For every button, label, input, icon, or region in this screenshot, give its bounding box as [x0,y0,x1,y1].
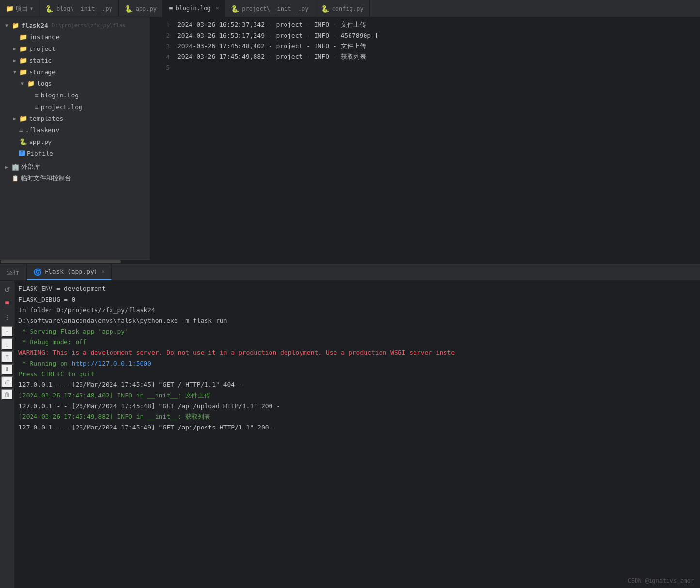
editor-line: 32024-03-26 17:45:48,402 - project - INF… [150,41,700,51]
terminal-line: * Running on http://127.0.0.1:5000 [18,358,696,369]
terminal-line: [2024-03-26 17:45:48,402] INFO in __init… [18,390,696,401]
tab-app-py[interactable]: 🐍 app.py [119,0,163,17]
sidebar-item-flask24[interactable]: ▼ 📁 flask24 D:\projects\zfx_py\flas [0,19,150,31]
terminal-line: D:\software\anaconda\envs\falsk\python.e… [18,316,696,326]
editor-line: 42024-03-26 17:45:49,882 - project - INF… [150,51,700,62]
log-file-icon: ≡ [35,92,39,99]
chevron-down-icon: ▼ [30,6,33,11]
terminal-line: FLASK_ENV = development [18,284,696,294]
terminal-line: 127.0.0.1 - - [26/Mar/2024 17:45:45] "GE… [18,380,696,390]
sidebar-item-templates[interactable]: ▶ 📁 templates [0,112,150,124]
python-icon: 🐍 [231,5,239,13]
tab-blogin-log[interactable]: ≡ blogin.log ✕ [163,0,225,17]
folder-icon: 📁 [19,33,27,41]
folder-icon: 📁 [27,80,35,87]
sidebar-item-static[interactable]: ▶ 📁 static [0,54,150,66]
scroll-down-button[interactable]: ↓ [1,338,13,350]
tab-blog-init[interactable]: 🐍 blog\__init__.py [39,0,119,17]
bottom-panel-body: ↺ ■ ⋮ ↑ ↓ ≡ ⬇ 🖨 🗑 FLASK_ENV = developmen… [0,281,700,588]
tab-project-init[interactable]: 🐍 project\__init__.py [225,0,315,17]
terminal-line: 127.0.0.1 - - [26/Mar/2024 17:45:48] "GE… [18,401,696,412]
watermark: CSDN @ignativs_amor [628,577,694,584]
more-button[interactable]: ⋮ [2,312,13,323]
terminal-line: WARNING: This is a development server. D… [18,348,696,358]
run-toolbar: ↺ ■ ⋮ [0,283,15,325]
sidebar: ▼ 📁 flask24 D:\projects\zfx_py\flas 📁 in… [0,17,150,263]
tab-config-py[interactable]: 🐍 config.py [315,0,370,17]
close-icon[interactable]: ✕ [102,269,105,275]
tab-bar: 📁 项目 ▼ 🐍 blog\__init__.py 🐍 app.py ≡ blo… [0,0,700,17]
tab-run[interactable]: 运行 [0,264,27,280]
scroll-up-button[interactable]: ↑ [1,326,13,337]
project-label[interactable]: 📁 项目 ▼ [0,0,39,17]
log-icon: ≡ [169,4,173,12]
sidebar-item-flaskenv[interactable]: ≡ .flaskenv [0,124,150,136]
pipfile-icon: 🅿 [19,150,25,157]
folder-icon: 📁 [12,22,19,29]
trash-button[interactable]: 🗑 [1,389,13,400]
terminal-line: [2024-03-26 17:45:49,882] INFO in __init… [18,412,696,422]
download-button[interactable]: ⬇ [1,364,13,375]
editor-line: 5 [150,62,700,73]
bottom-panel: 运行 🌀 Flask (app.py) ✕ ↺ ■ ⋮ ↑ ↓ ≡ ⬇ 🖨 🗑 … [0,263,700,588]
sidebar-item-temp-files[interactable]: 📋 临时文件和控制台 [0,173,150,184]
sidebar-item-instance[interactable]: 📁 instance [0,31,150,43]
filter-button[interactable]: ≡ [1,351,13,363]
python-icon: 🐍 [45,5,53,13]
sidebar-item-app-py[interactable]: 🐍 app.py [0,136,150,147]
main-area: ▼ 📁 flask24 D:\projects\zfx_py\flas 📁 in… [0,17,700,263]
print-button[interactable]: 🖨 [1,376,13,388]
sidebar-item-logs[interactable]: ▼ 📁 logs [0,78,150,89]
editor-content[interactable]: 12024-03-26 16:52:37,342 - project - INF… [150,17,700,263]
project-icon: 📁 [6,5,14,12]
temp-icon: 📋 [12,175,19,182]
terminal-line: FLASK_DEBUG = 0 [18,294,696,305]
panel-tab-bar: 运行 🌀 Flask (app.py) ✕ [0,264,700,281]
side-toolbar: ↺ ■ ⋮ ↑ ↓ ≡ ⬇ 🖨 🗑 [0,281,15,588]
stop-button[interactable]: ■ [2,297,13,308]
terminal-line: In folder D:/projects/zfx_py/flask24 [18,305,696,316]
folder-icon: 📁 [19,45,27,52]
editor-area: 12024-03-26 16:52:37,342 - project - INF… [150,17,700,263]
python-icon: 🐍 [321,5,329,13]
python-icon: 🐍 [125,5,133,13]
folder-icon: 📁 [19,57,27,64]
chevron-down-icon: ▼ [4,23,10,28]
sidebar-item-storage[interactable]: ▼ 📁 storage [0,66,150,78]
library-icon: 🏢 [12,163,19,171]
restart-button[interactable]: ↺ [2,285,13,295]
terminal-content[interactable]: FLASK_ENV = developmentFLASK_DEBUG = 0In… [15,281,700,588]
terminal-line: Press CTRL+C to quit [18,369,696,380]
log-file-icon: ≡ [35,103,39,111]
tab-flask[interactable]: 🌀 Flask (app.py) ✕ [27,264,112,280]
terminal-line: * Serving Flask app 'app.py' [18,326,696,337]
folder-purple-icon: 📁 [19,115,27,122]
sidebar-item-project-log[interactable]: ≡ project.log [0,101,150,112]
flask-url-link[interactable]: http://127.0.0.1:5000 [72,360,151,367]
editor-line: 12024-03-26 16:52:37,342 - project - INF… [150,19,700,30]
env-file-icon: ≡ [19,127,23,134]
editor-line: 22024-03-26 16:53:17,249 - project - INF… [150,30,700,41]
sidebar-item-external-libs[interactable]: ▶ 🏢 外部库 [0,161,150,173]
flask-icon: 🌀 [33,268,42,276]
sidebar-item-blogin-log[interactable]: ≡ blogin.log [0,89,150,101]
terminal-line: * Debug mode: off [18,337,696,348]
folder-icon: 📁 [19,68,27,76]
file-tree: ▼ 📁 flask24 D:\projects\zfx_py\flas 📁 in… [0,17,150,259]
close-icon[interactable]: ✕ [216,5,219,11]
sidebar-item-pipfile[interactable]: 🅿 Pipfile [0,147,150,159]
python-file-icon: 🐍 [19,138,27,145]
sidebar-item-project[interactable]: ▶ 📁 project [0,43,150,54]
terminal-line: 127.0.0.1 - - [26/Mar/2024 17:45:49] "GE… [18,422,696,433]
